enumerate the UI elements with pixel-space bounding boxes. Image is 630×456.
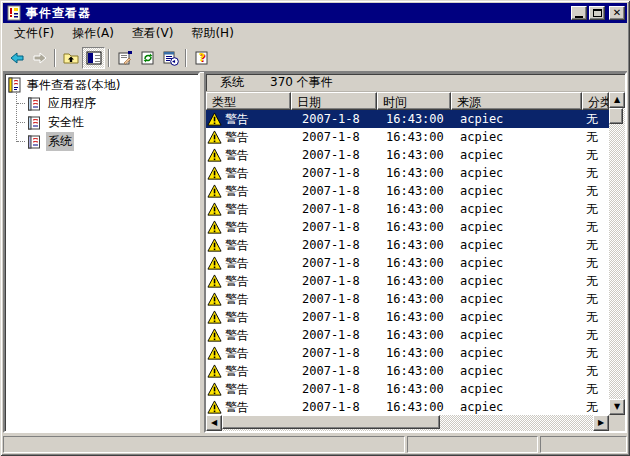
toolbar-separator	[185, 49, 187, 67]
event-type: 警告	[225, 165, 249, 182]
event-row[interactable]: 警告 2007-1-8 16:43:00 acpiec 无	[206, 182, 609, 200]
menu-help[interactable]: 帮助(H)	[182, 23, 242, 44]
column-header-category[interactable]: 分类	[582, 92, 609, 110]
menu-file[interactable]: 文件(F)	[5, 23, 63, 44]
event-date: 2007-1-8	[291, 328, 377, 342]
event-type: 警告	[225, 273, 249, 290]
close-button[interactable]: ✕	[609, 6, 625, 20]
horizontal-scroll-thumb[interactable]	[222, 415, 440, 429]
menu-action[interactable]: 操作(A)	[63, 23, 123, 44]
event-date: 2007-1-8	[291, 220, 377, 234]
scrollbar-corner	[609, 415, 625, 431]
event-row[interactable]: 警告 2007-1-8 16:43:00 acpiec 无	[206, 272, 609, 290]
warning-icon	[207, 130, 222, 145]
event-type: 警告	[225, 309, 249, 326]
event-time: 16:43:00	[377, 328, 451, 342]
warning-icon	[207, 238, 222, 253]
minimize-button[interactable]	[571, 6, 587, 20]
event-source: acpiec	[451, 310, 582, 324]
forward-icon	[32, 50, 48, 66]
maximize-button[interactable]	[589, 6, 605, 20]
event-row[interactable]: 警告 2007-1-8 16:43:00 acpiec 无	[206, 380, 609, 398]
event-category: 无	[582, 363, 609, 380]
event-time: 16:43:00	[377, 256, 451, 270]
event-category: 无	[582, 219, 609, 236]
warning-icon	[207, 364, 222, 379]
event-row[interactable]: 警告 2007-1-8 16:43:00 acpiec 无	[206, 398, 609, 415]
column-header-date[interactable]: 日期	[291, 92, 377, 110]
event-row[interactable]: 警告 2007-1-8 16:43:00 acpiec 无	[206, 218, 609, 236]
vertical-scrollbar[interactable]: ▲ ▼	[609, 92, 625, 415]
event-row[interactable]: 警告 2007-1-8 16:43:00 acpiec 无	[206, 164, 609, 182]
event-category: 无	[582, 183, 609, 200]
event-type: 警告	[225, 255, 249, 272]
event-type: 警告	[225, 147, 249, 164]
warning-icon	[207, 148, 222, 163]
event-viewer-icon	[7, 77, 23, 93]
event-row[interactable]: 警告 2007-1-8 16:43:00 acpiec 无	[206, 110, 609, 128]
event-source: acpiec	[451, 364, 582, 378]
tree-item-application[interactable]: 应用程序	[7, 94, 198, 113]
forward-button[interactable]	[28, 47, 51, 69]
vertical-scroll-track[interactable]	[609, 108, 625, 399]
event-row[interactable]: 警告 2007-1-8 16:43:00 acpiec 无	[206, 146, 609, 164]
tree-item-system[interactable]: 系统	[7, 132, 198, 151]
event-source: acpiec	[451, 400, 582, 414]
export-list-button[interactable]	[159, 47, 182, 69]
event-type: 警告	[225, 111, 249, 128]
event-type: 警告	[225, 381, 249, 398]
scroll-right-icon[interactable]: ▶	[593, 415, 609, 431]
warning-icon	[207, 202, 222, 217]
status-bar	[3, 435, 627, 453]
refresh-button[interactable]	[136, 47, 159, 69]
back-button[interactable]	[5, 47, 28, 69]
help-button[interactable]: ? ?	[190, 47, 213, 69]
show-hide-console-tree-icon	[86, 50, 102, 66]
show-hide-console-tree-button[interactable]	[82, 47, 105, 69]
event-category: 无	[582, 147, 609, 164]
scroll-left-icon[interactable]: ◀	[206, 415, 222, 431]
event-row[interactable]: 警告 2007-1-8 16:43:00 acpiec 无	[206, 254, 609, 272]
horizontal-scroll-track[interactable]	[222, 415, 593, 431]
toolbar: ? ?	[3, 44, 627, 72]
horizontal-scrollbar[interactable]: ◀ ▶	[206, 415, 609, 431]
scroll-up-icon[interactable]: ▲	[609, 92, 625, 108]
event-category: 无	[582, 309, 609, 326]
event-source: acpiec	[451, 328, 582, 342]
warning-icon	[207, 382, 222, 397]
event-source: acpiec	[451, 382, 582, 396]
warning-icon	[207, 346, 222, 361]
event-type: 警告	[225, 363, 249, 380]
column-header-source[interactable]: 来源	[451, 92, 582, 110]
event-row[interactable]: 警告 2007-1-8 16:43:00 acpiec 无	[206, 362, 609, 380]
tree-root-event-viewer[interactable]: 事件查看器(本地)	[7, 76, 198, 94]
event-date: 2007-1-8	[291, 292, 377, 306]
log-icon	[26, 96, 42, 112]
event-viewer-app-icon	[6, 5, 22, 21]
tree-item-label: 应用程序	[46, 94, 98, 113]
column-headers: 类型 日期 时间 来源 分类	[206, 92, 609, 110]
menu-view[interactable]: 查看(V)	[123, 23, 183, 44]
tree-children: 应用程序 安全性	[7, 94, 198, 151]
up-one-level-button[interactable]	[59, 47, 82, 69]
status-panel	[407, 436, 538, 453]
event-row[interactable]: 警告 2007-1-8 16:43:00 acpiec 无	[206, 326, 609, 344]
event-row[interactable]: 警告 2007-1-8 16:43:00 acpiec 无	[206, 344, 609, 362]
vertical-scroll-thumb[interactable]	[609, 108, 623, 124]
event-row[interactable]: 警告 2007-1-8 16:43:00 acpiec 无	[206, 128, 609, 146]
event-row[interactable]: 警告 2007-1-8 16:43:00 acpiec 无	[206, 200, 609, 218]
log-icon	[26, 134, 42, 150]
event-list: 类型 日期 时间 来源 分类 警告 2007-1-8 16:43:00 acpi…	[206, 92, 625, 431]
column-header-time[interactable]: 时间	[377, 92, 451, 110]
warning-icon	[207, 274, 222, 289]
event-row[interactable]: 警告 2007-1-8 16:43:00 acpiec 无	[206, 290, 609, 308]
tree-item-security[interactable]: 安全性	[7, 113, 198, 132]
column-header-type[interactable]: 类型	[206, 92, 291, 110]
scroll-down-icon[interactable]: ▼	[609, 399, 625, 415]
event-date: 2007-1-8	[291, 400, 377, 414]
properties-button[interactable]	[113, 47, 136, 69]
event-row[interactable]: 警告 2007-1-8 16:43:00 acpiec 无	[206, 308, 609, 326]
event-date: 2007-1-8	[291, 166, 377, 180]
event-row[interactable]: 警告 2007-1-8 16:43:00 acpiec 无	[206, 236, 609, 254]
titlebar[interactable]: 事件查看器 ✕	[3, 3, 627, 23]
